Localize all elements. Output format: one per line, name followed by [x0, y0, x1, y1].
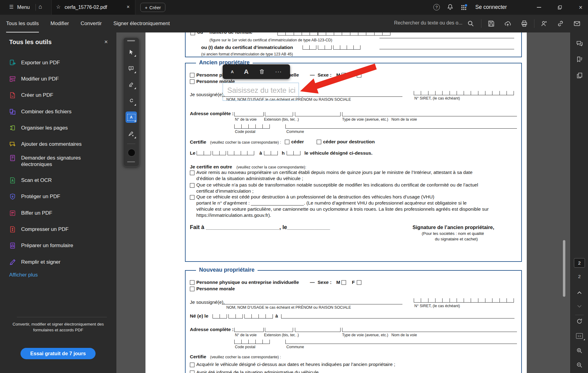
free-trial-button[interactable]: Essai gratuit de 7 jours — [21, 348, 96, 359]
zoom-in-icon[interactable] — [576, 347, 583, 354]
add-comment-tool[interactable] — [126, 63, 137, 74]
sidebar-item-export-pdf[interactable]: Exporter un PDF — [9, 59, 110, 66]
form-text: véhicule est une voiture particulière, u… — [196, 206, 489, 212]
form-text: Nom de la voie — [391, 117, 417, 122]
fill-sign-tool[interactable] — [126, 128, 137, 139]
menu-button[interactable]: Menu — [17, 4, 30, 10]
tab-convert[interactable]: Convertir — [81, 15, 102, 32]
notifications-bell-icon[interactable] — [447, 3, 454, 11]
sidebar-item-compress-pdf[interactable]: Compresser un PDF — [9, 226, 110, 233]
plus-icon: + — [145, 5, 148, 10]
panel-close-icon[interactable]: ✕ — [104, 39, 108, 45]
form-box-new-owner: Nouveau propriétaire Personne physique o… — [185, 270, 522, 373]
page-thumbnails-icon[interactable] — [576, 72, 583, 79]
form-text: Que ce véhicule n’a pas subi de transfor… — [196, 182, 478, 188]
print-icon[interactable] — [521, 20, 528, 27]
form-text: Code postal — [235, 130, 255, 134]
comments-panel-icon[interactable] — [576, 40, 583, 47]
apps-grid-icon[interactable] — [460, 4, 468, 11]
next-page-icon[interactable] — [576, 303, 583, 310]
fill-sign-icon — [9, 259, 16, 266]
restore-button[interactable] — [554, 2, 566, 13]
form-text: certificat d’immatriculation ; — [196, 188, 254, 194]
field-birthplace — [281, 314, 514, 318]
zoom-out-icon[interactable] — [576, 361, 583, 369]
cloud-upload-icon[interactable] — [504, 20, 511, 27]
text-insert-frame[interactable]: Saisissez du texte ici — [223, 83, 299, 101]
comb-field-minute — [287, 151, 300, 155]
form-text: ou (I) date du certificat d’immatriculat… — [201, 45, 293, 50]
tab-close-icon[interactable]: ✕ — [126, 5, 130, 9]
checkbox-attestation-3 — [190, 195, 194, 200]
form-text: https://immatriculation.ants.gouv.fr). — [196, 213, 271, 218]
sidebar-item-combine-files[interactable]: Combiner des fichiers — [9, 108, 110, 115]
tab-edit[interactable]: Modifier — [51, 15, 69, 32]
vertical-scrollbar[interactable] — [563, 240, 565, 297]
hamburger-menu-icon[interactable]: ☰ — [9, 5, 13, 9]
decrease-font-button[interactable]: A — [231, 70, 234, 74]
field-street-name — [342, 328, 517, 332]
search-icon[interactable] — [467, 20, 474, 27]
home-icon[interactable]: ⌂ — [39, 4, 42, 9]
form-text: — — [310, 280, 315, 285]
draw-tool[interactable] — [126, 95, 137, 107]
form-text: F — [352, 280, 355, 285]
select-tool[interactable] — [126, 46, 137, 58]
sidebar-item-request-signatures[interactable]: Demander des signatures électroniques — [9, 155, 110, 168]
star-icon[interactable]: ☆ — [56, 4, 61, 9]
drag-handle-bottom[interactable] — [127, 161, 135, 162]
document-tab[interactable]: ☆ cerfa_15776-02.pdf ✕ — [51, 0, 135, 15]
sidebar-item-label: Protéger un PDF — [21, 193, 60, 200]
increase-font-button[interactable]: A — [244, 68, 248, 75]
sidebar-item-scan-ocr[interactable]: Scan et OCR — [9, 177, 110, 184]
add-text-tool[interactable]: A — [126, 111, 137, 123]
sidebar-item-add-comments[interactable]: Ajouter des commentaires — [9, 141, 110, 148]
sidebar-item-edit-pdf[interactable]: Modifier un PDF — [9, 76, 110, 82]
promo-text: Convertir, modifier et signer électroniq… — [12, 322, 104, 333]
sidebar-item-create-pdf[interactable]: Créer un PDF — [9, 92, 110, 99]
sidebar-item-redact-pdf[interactable]: Biffer un PDF — [9, 210, 110, 217]
tab-all-tools[interactable]: Tous les outils — [6, 15, 39, 32]
sidebar-item-label: Préparer un formulaire — [21, 242, 73, 249]
sidebar-item-prepare-form[interactable]: Préparer un formulaire — [9, 242, 110, 249]
checkbox-personne-physique — [190, 73, 194, 77]
prepare-form-icon — [9, 242, 16, 249]
delete-icon[interactable] — [259, 69, 265, 75]
minimize-button[interactable] — [533, 2, 545, 13]
color-swatch[interactable] — [128, 149, 135, 156]
comb-field-birthdate — [228, 314, 243, 318]
sidebar-item-organize-pages[interactable]: Organiser les pages — [9, 125, 110, 131]
toolbar: Tous les outils Modifier Convertir Signe… — [0, 15, 588, 33]
field-extension — [265, 112, 293, 116]
email-icon[interactable] — [573, 20, 581, 27]
page-fit-icon[interactable]: 1:1 — [576, 332, 583, 340]
sign-in-button[interactable]: Se connecter — [475, 4, 507, 10]
link-icon[interactable] — [557, 20, 564, 27]
sidebar-item-fill-sign[interactable]: Remplir et signer — [9, 259, 110, 266]
create-button[interactable]: + Créer — [140, 3, 165, 12]
form-text: (si ancien format d’immatriculation de t… — [201, 52, 293, 56]
search-input[interactable]: Rechercher du texte ou des o... — [383, 20, 462, 26]
current-page-input[interactable]: 2 — [574, 258, 585, 268]
blank-line — [223, 300, 402, 304]
show-more-link[interactable]: Afficher plus — [9, 272, 38, 278]
rotate-page-icon[interactable] — [576, 318, 583, 325]
protect-pdf-icon — [9, 193, 16, 200]
previous-page-icon[interactable] — [576, 289, 583, 296]
sidebar-item-label: Créer un PDF — [21, 92, 53, 98]
close-button[interactable]: ✕ — [575, 2, 587, 13]
drag-handle[interactable] — [127, 40, 135, 41]
tab-esign[interactable]: Signer électroniquement — [113, 15, 170, 32]
highlighter-tool[interactable] — [126, 79, 137, 90]
more-options-button[interactable]: ··· — [275, 68, 282, 75]
add-user-icon[interactable] — [540, 20, 548, 27]
request-signatures-icon — [9, 155, 16, 161]
bookmarks-panel-icon[interactable] — [576, 56, 583, 63]
checkbox — [190, 32, 195, 35]
form-text: N° de la voie — [235, 117, 257, 122]
form-text: NOM, NOM D’USAGE le cas échéant et PRÉNO… — [226, 305, 351, 310]
divider — [575, 315, 584, 315]
help-icon[interactable]: ? — [433, 4, 440, 10]
save-icon[interactable] — [488, 20, 495, 27]
sidebar-item-protect-pdf[interactable]: Protéger un PDF — [9, 193, 110, 200]
